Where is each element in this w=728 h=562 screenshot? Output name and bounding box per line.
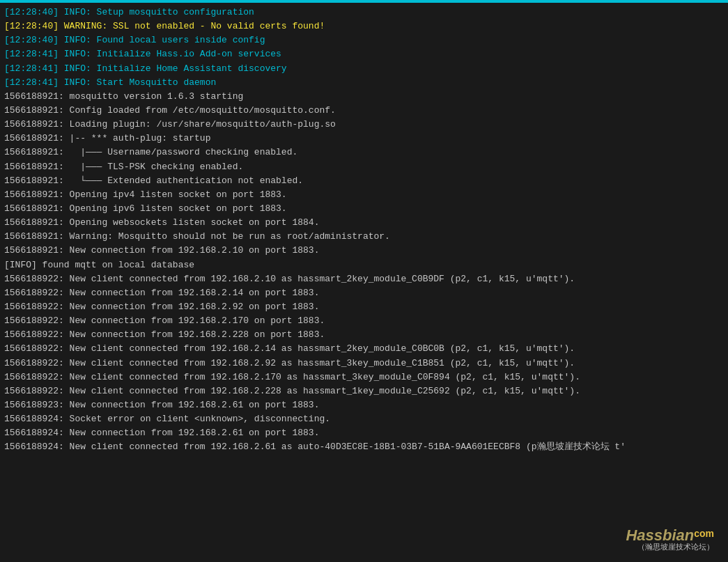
log-line: 1566188922: New client connected from 19… — [4, 357, 724, 370]
log-line: 1566188921: Loading plugin: /usr/share/m… — [4, 118, 724, 132]
log-line: 1566188924: Socket error on client <unkn… — [4, 412, 724, 426]
log-line: 1566188921: Opening websockets listen so… — [4, 216, 724, 230]
log-line: 1566188921: |——— TLS-PSK checking enable… — [4, 160, 724, 174]
log-line: 1566188922: New connection from 192.168.… — [4, 286, 724, 300]
log-line: 1566188924: New connection from 192.168.… — [4, 426, 724, 440]
log-line: 1566188921: |-- *** auth-plug: startup — [4, 132, 724, 146]
log-line: [12:28:41] INFO: Start Mosquitto daemon — [4, 76, 724, 90]
log-line: 1566188922: New connection from 192.168.… — [4, 328, 724, 342]
log-line: 1566188921: New connection from 192.168.… — [4, 244, 724, 258]
log-line: 1566188922: New client connected from 19… — [4, 272, 724, 286]
log-line: [12:28:41] INFO: Initialize Hass.io Add-… — [4, 47, 724, 61]
log-line: 1566188922: New client connected from 19… — [4, 384, 724, 398]
log-line: [INFO] found mqtt on local database — [4, 258, 724, 272]
watermark: Hassbiancom （瀚思坡崖技术论坛） — [626, 526, 714, 552]
log-line: 1566188921: mosquitto version 1.6.3 star… — [4, 90, 724, 104]
log-line: 1566188922: New connection from 192.168.… — [4, 314, 724, 328]
log-line: [12:28:40] INFO: Setup mosquitto configu… — [4, 6, 724, 19]
log-line: 1566188921: └——— Extended authentication… — [4, 174, 724, 188]
log-line: 1566188923: New connection from 192.168.… — [4, 398, 724, 412]
log-line: 1566188921: Warning: Mosquitto should no… — [4, 230, 724, 244]
watermark-com: com — [694, 528, 714, 539]
log-line: 1566188921: Opening ipv4 listen socket o… — [4, 188, 724, 202]
log-line: 1566188921: Opening ipv6 listen socket o… — [4, 202, 724, 216]
log-line: 1566188922: New connection from 192.168.… — [4, 300, 724, 314]
log-line: [12:28:40] INFO: Found local users insid… — [4, 33, 724, 47]
log-line: 1566188924: New client connected from 19… — [4, 440, 724, 454]
log-line: 1566188921: Config loaded from /etc/mosq… — [4, 104, 724, 118]
log-line: [12:28:40] WARNING: SSL not enabled - No… — [4, 19, 724, 33]
log-line: 1566188922: New client connected from 19… — [4, 370, 724, 384]
terminal-output[interactable]: [12:28:40] INFO: Setup mosquitto configu… — [0, 3, 728, 562]
log-line: 1566188921: |——— Username/password check… — [4, 146, 724, 159]
log-line: 1566188922: New client connected from 19… — [4, 342, 724, 356]
watermark-subtitle: （瀚思坡崖技术论坛） — [626, 542, 714, 552]
log-line: [12:28:41] INFO: Initialize Home Assista… — [4, 62, 724, 76]
